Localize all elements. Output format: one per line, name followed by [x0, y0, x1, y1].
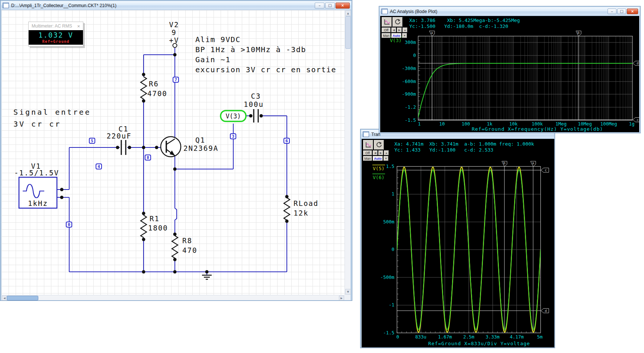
ac-toolbar: Off ◀ ▶ ▲ Man Auto ▼ [382, 17, 408, 39]
vertical-scroll-thumb[interactable] [345, 16, 351, 49]
net-label-v3[interactable]: V(3) [221, 111, 246, 121]
cursor-up-button[interactable]: ▲ [384, 150, 389, 155]
multimeter-value: 1.032 V [29, 31, 83, 39]
minimize-button[interactable]: – [315, 3, 324, 9]
close-button[interactable]: × [336, 3, 350, 9]
c3-name: C3 [251, 92, 261, 100]
cursor-tag-d[interactable]: d [541, 308, 549, 313]
scroll-right-arrow[interactable]: ▶ [339, 296, 344, 300]
ac-cursor-readout-y: Yc:-1.500 Yd:-180.0m c-d:-1.320 [409, 23, 508, 29]
maximize-button[interactable]: □ [325, 3, 335, 9]
svg-text:-600m: -600m [402, 79, 416, 84]
svg-text:1Meg: 1Meg [555, 121, 567, 127]
rload-value: 12k [294, 209, 308, 217]
svg-text:d: d [637, 61, 638, 65]
svg-text:100k: 100k [532, 121, 543, 127]
transient-plot[interactable]: 1.5 1 500m 0 -500m -1 -1.5 0 833u 1.67m … [362, 139, 554, 347]
cursor-tag-b[interactable]: b [502, 161, 507, 167]
ac-close-button[interactable]: × [627, 9, 638, 14]
auto-scale-button[interactable]: Auto [391, 33, 401, 38]
spec-annotations: Alim 9VDC BP 1Hz à >10MHz à -3db Gain ~1… [195, 35, 336, 74]
cursor-up-button[interactable]: ▲ [403, 28, 407, 32]
multimeter-title: Multimeter: AC RMS [32, 23, 77, 29]
cursor-down-button[interactable]: ▼ [402, 33, 407, 38]
svg-text:1.67m: 1.67m [438, 334, 452, 340]
horizontal-scroll-thumb[interactable] [7, 296, 38, 300]
scroll-down-arrow[interactable]: ▼ [345, 289, 351, 295]
v2-plus: +V [169, 36, 179, 44]
schematic-canvas[interactable]: V(3) V2 9 +V R6 4700 C1 220uF Q1 2N2369A… [1, 10, 345, 295]
r8-name: R8 [182, 236, 192, 245]
multimeter-window[interactable]: Multimeter: AC RMS × 1.032 V Ref=Ground [28, 22, 83, 47]
ac-plot[interactable]: 300m 0 -300m -600m -900m -1.2 -1.5 1 10 … [380, 16, 639, 132]
cursor-down-button[interactable]: ▼ [384, 156, 388, 161]
transient-cursor-readout-y: Yc: 1.433 Yd:-1.100 c-d: 2.533 [394, 147, 493, 153]
annotation-line2: BP 1Hz à >10MHz à -3db [195, 45, 306, 54]
replot-button[interactable] [374, 140, 384, 150]
cursor-left-button[interactable]: ◀ [373, 150, 378, 155]
svg-text:500m: 500m [383, 219, 394, 225]
node-label-0[interactable]: 0 [66, 222, 72, 228]
scope-mode-button[interactable] [363, 140, 373, 150]
schematic-titlebar[interactable]: D:...\Ampli_1Tr_Collecteur__Commun.CKT* … [1, 1, 351, 10]
manual-scale-button[interactable]: Man [382, 33, 391, 38]
schematic-drawing: V(3) V2 9 +V R6 4700 C1 220uF Q1 2N2369A… [1, 10, 345, 295]
transient-cursor-readout-x: Xa: 4.741m Xb: 3.741m a-b: 1.000m freq: … [394, 141, 534, 147]
ac-minimize-button[interactable]: – [608, 9, 616, 14]
signal-note-line1: Signal entree [13, 108, 91, 117]
scope-mode-button[interactable] [382, 17, 392, 27]
r8-value: 470 [182, 246, 197, 254]
multimeter-close-icon[interactable]: × [77, 24, 80, 29]
schematic-annotations: Signal entree 3V cr cr [13, 108, 91, 128]
node-label-8[interactable]: 8 [145, 155, 151, 160]
ac-cursor-tag-b[interactable]: b [576, 31, 581, 36]
ac-cursor-tag-a[interactable]: a [429, 31, 435, 36]
cursor-off-button[interactable]: Off [382, 28, 391, 32]
annotation-line4: excursion 3V cr cr en sortie [195, 65, 336, 74]
ac-cursor-tag-d[interactable]: d [633, 61, 639, 66]
vertical-scrollbar[interactable]: ▲ ▼ [345, 10, 350, 295]
svg-text:-500m: -500m [380, 274, 394, 280]
ground-symbol[interactable] [202, 275, 212, 279]
ac-cursor-lines[interactable] [418, 36, 632, 120]
ac-content: 300m 0 -300m -600m -900m -1.2 -1.5 1 10 … [380, 16, 639, 132]
cursor-tag-a[interactable]: a [531, 161, 536, 167]
ac-footer: Ref=Ground X=frequency(Hz) Y=voltage(db) [472, 126, 603, 132]
svg-text:a: a [532, 161, 534, 165]
ac-maximize-button[interactable]: □ [617, 9, 626, 14]
multimeter-titlebar[interactable]: Multimeter: AC RMS × [29, 22, 83, 30]
svg-text:5m: 5m [537, 334, 542, 340]
cursor-left-button[interactable]: ◀ [391, 28, 396, 32]
manual-scale-button[interactable]: Man [363, 156, 372, 161]
r6-name: R6 [149, 80, 159, 88]
replot-button[interactable] [393, 17, 403, 27]
transient-y-labels: 1.5 1 500m 0 -500m -1 -1.5 [380, 163, 394, 335]
ac-window-icon [381, 9, 388, 14]
auto-scale-button[interactable]: Auto [373, 156, 383, 161]
node-label-4[interactable]: 4 [96, 163, 102, 169]
scroll-left-arrow[interactable]: ◀ [2, 296, 7, 300]
cursor-off-button[interactable]: Off [363, 150, 372, 155]
ac-titlebar[interactable]: AC Analysis (Bode Plot) – □ × [380, 7, 640, 16]
node-label-3[interactable]: 3 [230, 133, 236, 139]
node-label-5[interactable]: 5 [89, 138, 95, 144]
cursor-tag-c[interactable]: c [541, 168, 549, 172]
annotation-line1: Alim 9VDC [195, 35, 241, 44]
cursor-right-button[interactable]: ▶ [378, 150, 383, 155]
node-label-7[interactable]: 7 [173, 77, 179, 83]
junction-dots [60, 53, 289, 274]
q1-value: 2N2369A [183, 144, 218, 152]
ac-gridlines [418, 36, 632, 120]
annotation-line3: Gain ~1 [195, 55, 231, 64]
r6-value: 4700 [147, 89, 167, 98]
transient-toolbar: Off ◀ ▶ ▲ Man Auto ▼ [363, 140, 389, 162]
horizontal-scrollbar[interactable]: ◀ ▶ [1, 295, 345, 300]
scroll-up-arrow[interactable]: ▲ [345, 10, 351, 16]
cursor-right-button[interactable]: ▶ [397, 28, 402, 32]
transient-legend[interactable]: V(5) V(6) [372, 165, 385, 180]
node-label-6[interactable]: 6 [283, 138, 290, 144]
transistor-symbol[interactable] [161, 137, 181, 157]
ac-window-title: AC Analysis (Bode Plot) [390, 9, 606, 14]
svg-text:c: c [545, 168, 547, 172]
svg-text:b: b [503, 161, 505, 165]
